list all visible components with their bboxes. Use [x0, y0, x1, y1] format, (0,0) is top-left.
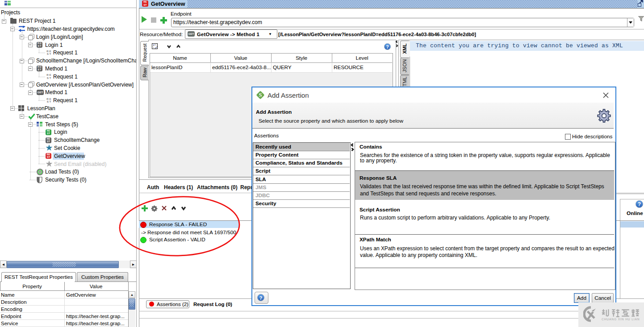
svg-text:S: S — [259, 92, 262, 98]
